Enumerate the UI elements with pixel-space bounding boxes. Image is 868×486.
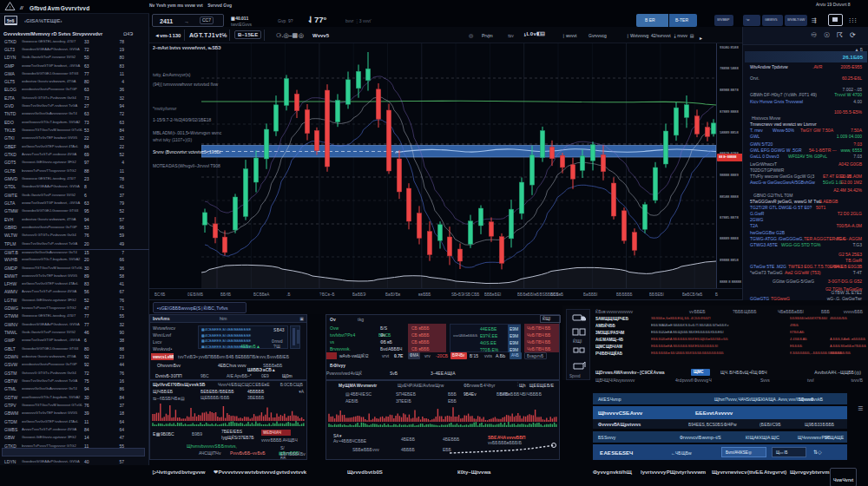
svg-text:!: ! — [10, 5, 11, 10]
svg-text:ЌІЩІ: ЌІЩІ — [573, 338, 582, 344]
